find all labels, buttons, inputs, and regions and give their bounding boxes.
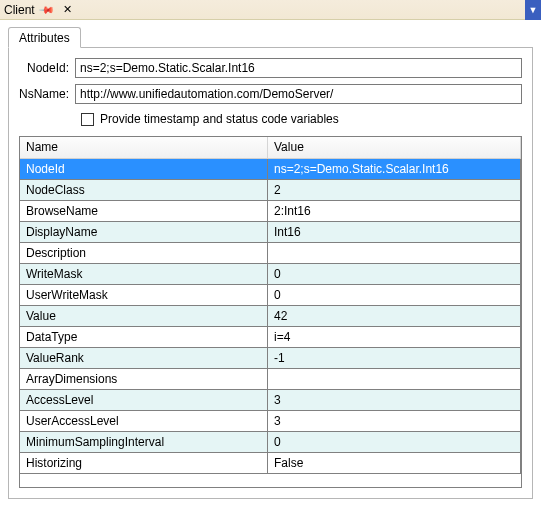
cell-name: DisplayName [20,222,268,242]
tab-attributes[interactable]: Attributes [8,27,81,48]
cell-name: AccessLevel [20,390,268,410]
table-row[interactable]: DataTypei=4 [20,327,521,348]
cell-name: ValueRank [20,348,268,368]
header-name[interactable]: Name [20,137,268,158]
panel-title: Client [4,3,35,17]
table-header: Name Value [20,137,521,159]
nodeid-input[interactable] [75,58,522,78]
content-area: Attributes NodeId: NsName: Provide times… [0,20,541,507]
cell-value [268,369,521,389]
cell-name: WriteMask [20,264,268,284]
table-row[interactable]: BrowseName2:Int16 [20,201,521,222]
cell-value: Int16 [268,222,521,242]
cell-value: i=4 [268,327,521,347]
cell-value: 3 [268,390,521,410]
cell-value: 0 [268,264,521,284]
cell-name: Description [20,243,268,263]
table-row[interactable]: HistorizingFalse [20,453,521,474]
cell-name: UserAccessLevel [20,411,268,431]
cell-value: 3 [268,411,521,431]
attributes-table: Name Value NodeIdns=2;s=Demo.Static.Scal… [19,136,522,488]
cell-name: UserWriteMask [20,285,268,305]
cell-value: 0 [268,285,521,305]
nodeid-row: NodeId: [19,58,522,78]
timestamp-checkbox[interactable] [81,113,94,126]
table-row[interactable]: DisplayNameInt16 [20,222,521,243]
timestamp-check-row: Provide timestamp and status code variab… [81,112,522,126]
cell-name: NodeId [20,159,268,179]
table-row[interactable]: WriteMask0 [20,264,521,285]
cell-name: MinimumSamplingInterval [20,432,268,452]
titlebar: Client 📌 ✕ ▼ [0,0,541,20]
tab-strip: Attributes [8,26,533,48]
table-row[interactable]: Value42 [20,306,521,327]
nsname-label: NsName: [19,87,75,101]
cell-value: -1 [268,348,521,368]
table-row[interactable]: AccessLevel3 [20,390,521,411]
cell-value: 2 [268,180,521,200]
table-row[interactable]: Description [20,243,521,264]
table-row[interactable]: MinimumSamplingInterval0 [20,432,521,453]
cell-name: NodeClass [20,180,268,200]
pin-icon[interactable]: 📌 [39,1,55,17]
header-value[interactable]: Value [268,137,521,158]
nsname-row: NsName: [19,84,522,104]
table-row[interactable]: ArrayDimensions [20,369,521,390]
table-row[interactable]: NodeClass2 [20,180,521,201]
cell-value [268,243,521,263]
table-body: NodeIdns=2;s=Demo.Static.Scalar.Int16Nod… [20,159,521,487]
cell-value: False [268,453,521,473]
nodeid-label: NodeId: [19,61,75,75]
attributes-panel: NodeId: NsName: Provide timestamp and st… [8,47,533,499]
cell-value: 42 [268,306,521,326]
panel-menu-dropdown[interactable]: ▼ [525,0,541,20]
table-row[interactable]: UserWriteMask0 [20,285,521,306]
nsname-input[interactable] [75,84,522,104]
cell-value: 0 [268,432,521,452]
cell-value: ns=2;s=Demo.Static.Scalar.Int16 [268,159,521,179]
table-row[interactable]: NodeIdns=2;s=Demo.Static.Scalar.Int16 [20,159,521,180]
cell-value: 2:Int16 [268,201,521,221]
cell-name: ArrayDimensions [20,369,268,389]
client-panel: Client 📌 ✕ ▼ Attributes NodeId: NsName: … [0,0,541,507]
close-icon[interactable]: ✕ [63,3,72,16]
cell-name: BrowseName [20,201,268,221]
table-row[interactable]: ValueRank-1 [20,348,521,369]
timestamp-check-label: Provide timestamp and status code variab… [100,112,339,126]
cell-name: Value [20,306,268,326]
cell-name: Historizing [20,453,268,473]
table-row[interactable]: UserAccessLevel3 [20,411,521,432]
cell-name: DataType [20,327,268,347]
